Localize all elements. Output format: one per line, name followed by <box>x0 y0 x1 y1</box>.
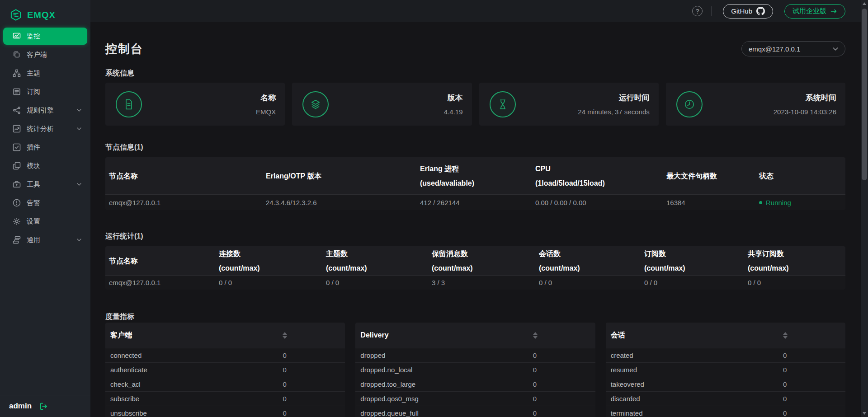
alerts-icon <box>13 199 21 207</box>
sidebar-item-alerts[interactable]: 告警 <box>3 194 87 211</box>
max-fds: 16384 <box>663 199 755 206</box>
card-systime: 系统时间 2023-10-09 14:03:26 <box>666 83 845 126</box>
card-value: 24 minutes, 37 seconds <box>578 108 649 116</box>
card-label: 版本 <box>444 93 463 103</box>
plugins-icon <box>13 143 21 151</box>
tools-icon <box>13 180 21 188</box>
sidebar-menu: 监控 客户端 主题 订阅 规则引擎 统计分析 <box>0 28 90 248</box>
scrollbar[interactable] <box>861 0 868 417</box>
card-name: 名称 EMQX <box>105 83 285 126</box>
clock-icon <box>676 91 703 117</box>
table-row: dropped.qos0_msg0 <box>355 391 595 406</box>
github-button[interactable]: GitHub <box>723 4 773 19</box>
sidebar-item-analytics[interactable]: 统计分析 <box>3 120 87 137</box>
hourglass-icon <box>490 91 516 117</box>
sidebar-item-subscriptions[interactable]: 订阅 <box>3 83 87 100</box>
sort-icon[interactable] <box>783 332 788 339</box>
sidebar-item-clients[interactable]: 客户端 <box>3 46 87 63</box>
card-label: 名称 <box>256 93 276 103</box>
arrow-right-icon <box>830 9 837 14</box>
metrics-table-delivery: Delivery dropped0 dropped.no_local0 drop… <box>355 323 595 417</box>
sidebar-item-general[interactable]: 通用 <box>3 231 87 248</box>
analytics-icon <box>13 125 21 133</box>
node-select[interactable]: emqx@127.0.0.1 <box>741 41 845 56</box>
sidebar-item-label: 通用 <box>27 236 40 244</box>
scroll-down-arrow[interactable] <box>863 412 866 415</box>
sidebar-item-plugins[interactable]: 插件 <box>3 139 87 156</box>
username: admin <box>9 402 32 411</box>
monitor-icon <box>13 32 21 40</box>
card-uptime: 运行时间 24 minutes, 37 seconds <box>479 83 659 126</box>
emqx-logo-icon <box>9 9 22 21</box>
stats-table-header: 节点名称 连接数(count/max) 主题数(count/max) 保留消息数… <box>105 246 845 275</box>
content: 控制台 emqx@127.0.0.1 系统信息 名称 EMQX <box>90 22 861 417</box>
status-badge: Running <box>755 199 845 206</box>
layers-icon <box>302 91 329 117</box>
emqx-dashboard: EMQX 监控 客户端 主题 订阅 规则引擎 <box>0 0 868 417</box>
sidebar-item-label: 告警 <box>27 199 40 207</box>
help-icon[interactable]: ? <box>692 6 703 16</box>
topbar-divider <box>711 6 712 16</box>
sidebar-item-label: 规则引擎 <box>27 106 54 115</box>
card-label: 系统时间 <box>774 93 836 103</box>
sidebar-item-label: 模块 <box>27 162 40 170</box>
metrics-sort-header[interactable]: Delivery <box>355 323 595 348</box>
otp-version: 24.3.4.6/12.3.2.6 <box>262 199 416 206</box>
metrics-heading: 度量指标 <box>105 312 845 321</box>
chevron-down-icon <box>77 183 81 186</box>
sidebar-item-topics[interactable]: 主题 <box>3 65 87 82</box>
topics-count: 0 / 0 <box>322 279 428 286</box>
cpu-load: 0.00 / 0.00 / 0.00 <box>532 199 663 206</box>
table-row: emqx@127.0.0.1 24.3.4.6/12.3.2.6 412 / 2… <box>105 194 845 210</box>
document-icon <box>116 91 142 117</box>
table-row: dropped.no_local0 <box>355 362 595 377</box>
settings-icon <box>13 217 21 225</box>
table-row: subscribe0 <box>105 391 345 406</box>
main-area: ? GitHub 试用企业版 控制台 emqx@127.0.0.1 系统信息 <box>90 0 861 417</box>
sidebar-item-modules[interactable]: 模块 <box>3 157 87 174</box>
metrics-sort-header[interactable]: 客户端 <box>105 323 345 348</box>
table-row: resumed0 <box>606 362 845 377</box>
table-row: emqx@127.0.0.1 0 / 0 0 / 0 3 / 3 0 / 0 0… <box>105 275 845 290</box>
card-value: 2023-10-09 14:03:26 <box>774 108 836 116</box>
table-row: created0 <box>606 348 845 362</box>
sidebar-item-label: 插件 <box>27 143 40 152</box>
trial-button[interactable]: 试用企业版 <box>784 4 845 19</box>
scroll-up-arrow[interactable] <box>863 2 866 5</box>
sidebar-item-label: 客户端 <box>27 51 47 59</box>
sidebar: EMQX 监控 客户端 主题 订阅 规则引擎 <box>0 0 90 417</box>
brand-name: EMQX <box>27 10 56 20</box>
sidebar-item-rule-engine[interactable]: 规则引擎 <box>3 102 87 119</box>
sidebar-item-settings[interactable]: 设置 <box>3 213 87 230</box>
sidebar-item-label: 统计分析 <box>27 125 54 133</box>
shared-subscriptions-count: 0 / 0 <box>744 279 845 286</box>
card-label: 运行时间 <box>578 93 649 103</box>
chevron-down-icon <box>833 47 838 51</box>
table-row: connected0 <box>105 348 345 362</box>
rule-engine-icon <box>13 106 21 114</box>
sidebar-item-label: 主题 <box>27 69 40 78</box>
trial-button-label: 试用企业版 <box>793 7 826 15</box>
logout-icon[interactable] <box>39 402 48 411</box>
table-row: dropped.too_large0 <box>355 377 595 391</box>
sort-icon[interactable] <box>283 332 287 339</box>
metrics-sort-header[interactable]: 会话 <box>606 323 845 348</box>
chevron-down-icon <box>77 239 81 241</box>
topbar: ? GitHub 试用企业版 <box>90 0 861 22</box>
sidebar-item-label: 设置 <box>27 217 40 226</box>
table-row: dropped.queue_full0 <box>355 406 595 417</box>
system-info-heading: 系统信息 <box>105 69 845 77</box>
node-name: emqx@127.0.0.1 <box>105 199 262 206</box>
status-dot <box>759 201 762 204</box>
emqx-logo: EMQX <box>0 0 90 23</box>
clients-icon <box>13 51 21 59</box>
sidebar-item-tools[interactable]: 工具 <box>3 176 87 193</box>
sort-icon[interactable] <box>533 332 538 339</box>
scrollbar-thumb[interactable] <box>862 9 867 180</box>
metrics-tables: 客户端 connected0 authenticate0 check_acl0 … <box>105 323 845 417</box>
sidebar-item-monitoring[interactable]: 监控 <box>3 28 87 45</box>
node-info-heading: 节点信息(1) <box>105 143 845 151</box>
table-row: check_acl0 <box>105 377 345 391</box>
github-icon <box>756 7 765 15</box>
modules-icon <box>13 162 21 170</box>
